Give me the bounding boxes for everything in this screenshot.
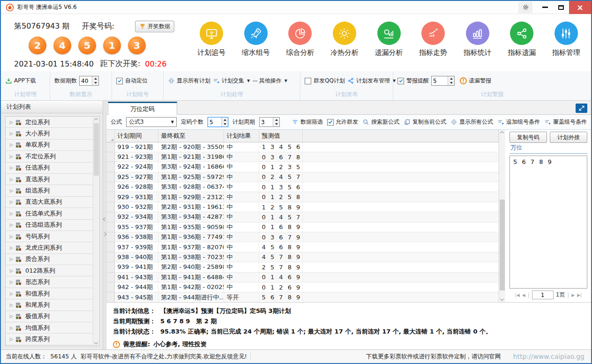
official-site-link[interactable]: http://www.caipiao.gg: [513, 353, 585, 360]
column-header[interactable]: 计划结果: [224, 130, 259, 142]
sidebar-item-不定位系列[interactable]: ▷不定位系列: [6, 151, 93, 162]
sidebar-item-大小系列[interactable]: ▷大小系列: [6, 128, 93, 139]
stepper-down-icon[interactable]: [222, 122, 228, 127]
table-row[interactable]: 925 - 927期第1期 - 925期 - 59729中0 2 4 5 7: [106, 172, 499, 182]
feature-button[interactable]: 缩水组号: [234, 22, 278, 71]
expand-triangle-icon[interactable]: ▷: [10, 211, 13, 216]
feature-button[interactable]: 指标遗漏: [500, 22, 544, 71]
first-page-icon[interactable]: |◀: [515, 293, 520, 297]
prev-page-icon[interactable]: ◀: [522, 293, 525, 297]
override-condition-button[interactable]: 覆盖组号条件: [544, 118, 587, 126]
stepper-up-icon[interactable]: [222, 118, 228, 122]
expand-triangle-icon[interactable]: ▷: [10, 188, 13, 193]
feature-button[interactable]: 指标管理: [544, 22, 589, 71]
sidebar-item-直选系列[interactable]: ▷直选系列: [6, 174, 93, 185]
expand-triangle-icon[interactable]: ▷: [10, 200, 13, 204]
miss-alert-button[interactable]: ! 遗漏警报: [460, 77, 491, 85]
stepper-up-icon[interactable]: [448, 76, 454, 81]
expand-triangle-icon[interactable]: ▷: [10, 177, 13, 182]
sidebar-item-组选系列[interactable]: ▷组选系列: [6, 185, 93, 196]
feature-button[interactable]: 指标走势: [411, 22, 456, 71]
stepper-down-icon[interactable]: [273, 122, 279, 127]
plan-external-button[interactable]: 计划外接: [550, 132, 587, 143]
auto-position-checkbox[interactable]: [116, 78, 123, 84]
scroll-down-icon[interactable]: [500, 297, 504, 301]
expand-triangle-icon[interactable]: ▷: [10, 291, 13, 296]
append-condition-button[interactable]: 追加组号条件: [497, 118, 540, 126]
table-row[interactable]: 921 - 923期第1期 - 921期 - 31986中0 3 6 7 8: [106, 152, 499, 162]
sidebar-item-龙虎庄闲系列[interactable]: ▷龙虎庄闲系列: [6, 242, 93, 253]
sidebar-splitter[interactable]: [103, 101, 106, 349]
scrollbar-thumb[interactable]: [94, 123, 99, 176]
sidebar-item-单双系列[interactable]: ▷单双系列: [6, 140, 93, 151]
expand-triangle-icon[interactable]: ▷: [10, 245, 13, 250]
copy-formula-button[interactable]: 复制当前公式: [404, 118, 446, 126]
feature-button[interactable]: 指标统计: [455, 22, 500, 71]
feature-button[interactable]: 计划追号: [189, 22, 234, 71]
expand-triangle-icon[interactable]: ▷: [10, 314, 13, 319]
search-formula-button[interactable]: 搜索新公式: [362, 118, 399, 126]
expand-triangle-icon[interactable]: ▷: [10, 337, 13, 342]
expand-triangle-icon[interactable]: ▷: [10, 142, 13, 147]
expand-triangle-icon[interactable]: ▷: [10, 154, 13, 159]
maximize-panel-button[interactable]: [576, 104, 587, 113]
other-operations-button[interactable]: ··· 其他操作 ▼: [252, 77, 287, 85]
copy-numbers-button[interactable]: 复制号码: [510, 132, 547, 143]
publish-management-button[interactable]: 计划发布管理 ▼: [347, 77, 396, 85]
table-row[interactable]: 942 - 944期第1期 - 942期 - 02025中0 1 2 6 9: [106, 282, 499, 292]
column-header[interactable]: 预测值: [259, 130, 302, 142]
table-row[interactable]: 939 - 941期第2期 - 940期 - 25898中2 5 7 8 9: [106, 262, 499, 272]
alert-count-stepper[interactable]: 5: [431, 76, 455, 86]
sidebar-item-012路系列[interactable]: ▷012路系列: [6, 265, 93, 276]
table-row[interactable]: 932 - 934期第3期 - 934期 - 42871中0 1 4 5 7: [106, 212, 499, 222]
page-number-input[interactable]: [532, 290, 554, 299]
last-page-icon[interactable]: ▶|: [577, 293, 582, 297]
table-row[interactable]: 930 - 932期第2期 - 931期 - 19613中1 2 5 8 9: [106, 202, 499, 212]
expand-triangle-icon[interactable]: ▷: [10, 131, 13, 136]
sidebar-item-跨度系列[interactable]: ▷跨度系列: [6, 334, 93, 345]
sidebar-item-极值系列[interactable]: ▷极值系列: [6, 311, 93, 322]
feature-button[interactable]: 遗漏分析: [367, 22, 411, 71]
expand-right-icon[interactable]: [103, 232, 106, 236]
tab-wanwei-dingma[interactable]: 万位定码: [108, 102, 177, 115]
table-row[interactable]: 938 - 940期第1期 - 938期 - 70235中4 5 7 8 9: [106, 252, 499, 262]
scroll-down-icon[interactable]: [94, 341, 98, 344]
table-row[interactable]: 941 - 943期第1期 - 941期 - 64884中0 1 4 6 9: [106, 272, 499, 282]
sidebar-item-质合系列[interactable]: ▷质合系列: [6, 254, 93, 265]
expand-triangle-icon[interactable]: ▷: [10, 303, 13, 307]
table-row[interactable]: 943 - 945期第2期 - 944期进行中...等开5 6 7 8 9: [106, 292, 499, 302]
stepper-up-icon[interactable]: [92, 76, 98, 81]
formula-dropdown[interactable]: 公式3 ▼: [126, 117, 177, 127]
stepper-down-icon[interactable]: [92, 81, 98, 86]
table-row[interactable]: 922 - 924期第3期 - 924期 - 16866中0 1 2 3 5: [106, 162, 499, 172]
expand-triangle-icon[interactable]: ▷: [10, 223, 13, 227]
draw-data-button[interactable]: 开奖数据: [135, 21, 174, 32]
scrollbar-thumb[interactable]: [500, 200, 505, 290]
feature-button[interactable]: 冷热分析: [322, 22, 367, 71]
qq-send-checkbox[interactable]: [305, 78, 311, 84]
sidebar-item-任选组选系列[interactable]: ▷任选组选系列: [6, 220, 93, 231]
settings-button[interactable]: [518, 2, 532, 13]
data-periods-stepper[interactable]: 40: [79, 76, 99, 86]
sidebar-item-均值系列[interactable]: ▷均值系列: [6, 322, 93, 334]
app-download-button[interactable]: APP下载: [5, 77, 36, 85]
sidebar-item-任选单式系列[interactable]: ▷任选单式系列: [6, 208, 93, 219]
sidebar-item-直选大底系列[interactable]: ▷直选大底系列: [6, 197, 93, 208]
expand-triangle-icon[interactable]: ▷: [10, 234, 13, 239]
column-header[interactable]: 最终截至: [158, 130, 224, 142]
alert-remind-checkbox[interactable]: [397, 78, 404, 84]
sidebar-item-形态系列[interactable]: ▷形态系列: [6, 276, 93, 288]
plan-cycle-stepper[interactable]: 3: [259, 117, 280, 127]
table-row[interactable]: 936 - 938期第1期 - 936期 - 77491中0 3 6 7 9: [106, 232, 499, 242]
expand-triangle-icon[interactable]: ▷: [10, 120, 13, 125]
expand-triangle-icon[interactable]: ▷: [10, 268, 13, 273]
scroll-up-icon[interactable]: [500, 131, 504, 135]
sidebar-item-定位系列[interactable]: ▷定位系列: [6, 117, 93, 128]
code-count-stepper[interactable]: 5: [208, 117, 228, 127]
sidebar-item-号码系列[interactable]: ▷号码系列: [6, 231, 93, 242]
sidebar-item-任选系列[interactable]: ▷任选系列: [6, 163, 93, 174]
data-filter-button[interactable]: 数据筛选: [292, 118, 323, 126]
maximize-button[interactable]: [553, 2, 569, 13]
close-button[interactable]: ×: [569, 1, 591, 14]
allow-group-send-checkbox[interactable]: 允许群发: [327, 118, 358, 126]
